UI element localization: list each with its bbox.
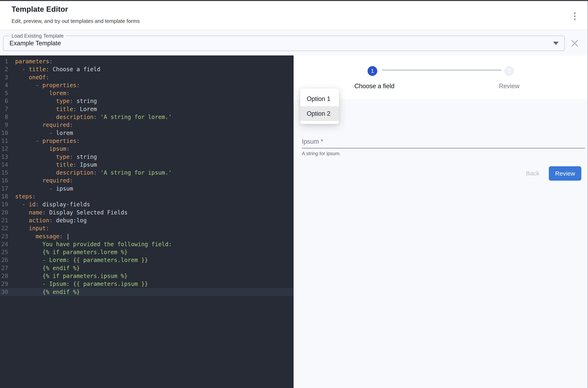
editor-line: 11 - properties: bbox=[0, 137, 294, 145]
editor-line: 24 You have provided the following field… bbox=[0, 240, 294, 248]
line-number: 24 bbox=[0, 240, 8, 248]
ipsum-field: Ipsum * A string for ipsum. bbox=[302, 138, 585, 156]
line-number: 12 bbox=[0, 145, 8, 153]
editor-line: 27 {% endif %} bbox=[0, 264, 294, 272]
back-button[interactable]: Back bbox=[524, 168, 541, 179]
editor-line: 25 {% if parameters.lorem %} bbox=[0, 248, 294, 256]
page-title: Template Editor bbox=[12, 5, 68, 14]
line-number: 15 bbox=[0, 169, 8, 177]
ipsum-field-underline bbox=[302, 148, 585, 148]
editor-line: 16 required: bbox=[0, 177, 294, 185]
yaml-code-editor[interactable]: 1parameters:2 - title: Choose a field3 o… bbox=[0, 55, 294, 388]
line-number: 23 bbox=[0, 232, 8, 240]
page-subtitle: Edit, preview, and try out templates and… bbox=[12, 18, 140, 24]
step-indicator-2: 2 bbox=[504, 66, 514, 76]
line-number: 6 bbox=[0, 97, 8, 105]
chevron-down-icon bbox=[553, 42, 559, 45]
load-template-select-value: Example Template bbox=[9, 40, 61, 47]
kebab-menu-icon bbox=[574, 12, 576, 20]
window-right-edge bbox=[587, 1, 588, 388]
editor-line: 2 - title: Choose a field bbox=[0, 65, 294, 73]
line-number: 27 bbox=[0, 264, 8, 272]
line-number: 28 bbox=[0, 272, 8, 280]
dropdown-option[interactable]: Option 1 bbox=[300, 92, 339, 106]
editor-line: 4 - properties: bbox=[0, 81, 294, 89]
template-editor-app: Template Editor Edit, preview, and try o… bbox=[0, 0, 588, 388]
editor-line: 30 {% endif %} bbox=[0, 288, 294, 296]
line-number: 29 bbox=[0, 280, 8, 288]
line-number: 9 bbox=[0, 121, 8, 129]
editor-line: 14 title: Ipsum bbox=[0, 161, 294, 169]
line-number: 30 bbox=[0, 288, 8, 296]
line-number: 25 bbox=[0, 248, 8, 256]
ipsum-input[interactable] bbox=[302, 138, 585, 148]
line-number: 13 bbox=[0, 153, 8, 161]
review-button[interactable]: Review bbox=[549, 166, 581, 181]
editor-line: 3 oneOf: bbox=[0, 73, 294, 81]
editor-line: 26 - Lorem: {{ parameters.lorem }} bbox=[0, 256, 294, 264]
line-number: 16 bbox=[0, 177, 8, 185]
template-select-bar: Load Existing Template Example Template bbox=[0, 30, 587, 55]
editor-line: 5 lorem: bbox=[0, 89, 294, 97]
editor-line: 9 required: bbox=[0, 121, 294, 129]
line-number: 17 bbox=[0, 185, 8, 193]
line-number: 26 bbox=[0, 256, 8, 264]
editor-line: 28 {% if parameters.ipsum %} bbox=[0, 272, 294, 280]
editor-line: 6 type: string bbox=[0, 97, 294, 105]
ipsum-field-helper: A string for ipsum. bbox=[302, 151, 585, 156]
step-indicator-1: 1 bbox=[368, 66, 377, 76]
line-number: 19 bbox=[0, 200, 8, 208]
line-number: 10 bbox=[0, 129, 8, 137]
load-template-select-label: Load Existing Template bbox=[9, 33, 66, 39]
field-options-menu: Option 1Option 2 bbox=[300, 88, 339, 124]
load-template-select[interactable]: Load Existing Template Example Template bbox=[3, 36, 565, 51]
more-options-button[interactable] bbox=[569, 10, 580, 23]
editor-line: 23 message: | bbox=[0, 232, 294, 240]
close-icon bbox=[571, 40, 578, 47]
step-connector bbox=[382, 70, 501, 70]
editor-line: 19 - id: display-fields bbox=[0, 200, 294, 208]
step-label-choose-a-field: Choose a field bbox=[344, 83, 405, 90]
line-number: 7 bbox=[0, 105, 8, 113]
header: Template Editor Edit, preview, and try o… bbox=[0, 1, 587, 30]
editor-line: 17 - ipsum bbox=[0, 185, 294, 193]
line-number: 22 bbox=[0, 224, 8, 232]
editor-line: 10 - lorem bbox=[0, 129, 294, 137]
line-number: 4 bbox=[0, 81, 8, 89]
step-label-review: Review bbox=[479, 83, 540, 90]
line-number: 5 bbox=[0, 89, 8, 97]
editor-line: 18steps: bbox=[0, 193, 294, 200]
line-number: 11 bbox=[0, 137, 8, 145]
editor-line: 15 description: 'A string for ipsum.' bbox=[0, 169, 294, 177]
editor-line: 8 description: 'A string for lorem.' bbox=[0, 113, 294, 121]
line-number: 3 bbox=[0, 73, 8, 81]
editor-line: 20 name: Display Selected Fields bbox=[0, 209, 294, 217]
line-number: 14 bbox=[0, 161, 8, 169]
editor-line: 21 action: debug:log bbox=[0, 217, 294, 224]
line-number: 20 bbox=[0, 209, 8, 217]
line-number: 18 bbox=[0, 193, 8, 200]
step-number: 2 bbox=[508, 68, 511, 74]
editor-line: 13 type: string bbox=[0, 153, 294, 161]
line-number: 21 bbox=[0, 217, 8, 224]
line-number: 1 bbox=[0, 57, 8, 65]
clear-template-button[interactable] bbox=[569, 38, 580, 48]
line-number: 8 bbox=[0, 113, 8, 121]
dropdown-option[interactable]: Option 2 bbox=[300, 106, 339, 121]
editor-line: 12 ipsum: bbox=[0, 145, 294, 153]
editor-line: 22 input: bbox=[0, 224, 294, 232]
step-number: 1 bbox=[371, 68, 374, 74]
line-number: 2 bbox=[0, 65, 8, 73]
editor-lines: 1parameters:2 - title: Choose a field3 o… bbox=[0, 57, 294, 296]
editor-line: 29 - Ipsum: {{ parameters.ipsum }} bbox=[0, 280, 294, 288]
editor-line: 7 title: Lorem bbox=[0, 105, 294, 113]
editor-line: 1parameters: bbox=[0, 57, 294, 65]
